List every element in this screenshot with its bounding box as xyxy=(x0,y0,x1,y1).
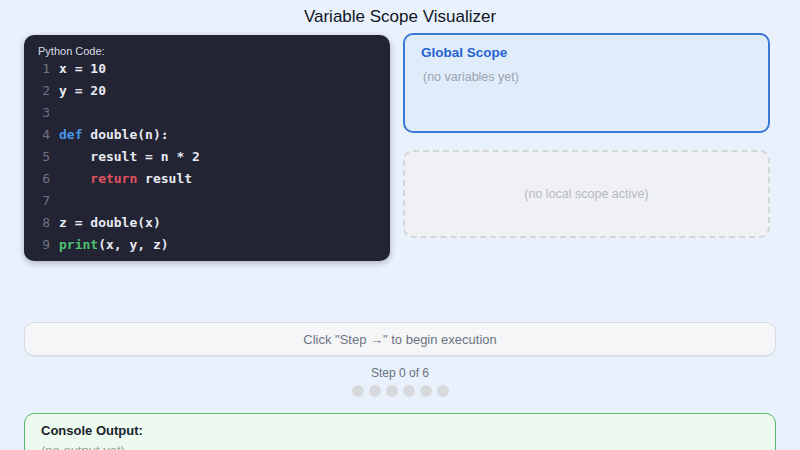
global-scope-panel: Global Scope (no variables yet) xyxy=(403,33,770,133)
code-text: z = double(x) xyxy=(59,212,161,234)
step-progress: Step 0 of 6 xyxy=(0,366,800,397)
console-output-empty-text: (no output yet) xyxy=(41,443,759,450)
code-line: 5 result = n * 2 xyxy=(36,146,380,168)
code-line: 3 xyxy=(36,102,380,124)
code-line: 4def double(n): xyxy=(36,124,380,146)
line-number: 1 xyxy=(36,58,50,80)
code-text: y = 20 xyxy=(59,80,106,102)
line-number: 4 xyxy=(36,124,50,146)
code-text: return result xyxy=(59,168,192,190)
code-text: def double(n): xyxy=(59,124,169,146)
local-scope-panel: (no local scope active) xyxy=(403,150,770,238)
local-scope-empty-text: (no local scope active) xyxy=(524,187,648,201)
code-line: 1x = 10 xyxy=(36,58,380,80)
console-output-title: Console Output: xyxy=(41,423,759,438)
global-scope-empty-text: (no variables yet) xyxy=(421,70,752,84)
line-number: 8 xyxy=(36,212,50,234)
line-number: 9 xyxy=(36,234,50,256)
execution-status-message: Click "Step →" to begin execution xyxy=(303,332,497,347)
console-output-panel: Console Output: (no output yet) xyxy=(24,413,776,450)
code-line: 9print(x, y, z) xyxy=(36,234,380,256)
line-number: 2 xyxy=(36,80,50,102)
page-title: Variable Scope Visualizer xyxy=(0,0,800,27)
line-number: 7 xyxy=(36,190,50,212)
step-progress-dots xyxy=(0,385,800,397)
step-dot xyxy=(437,385,449,397)
code-text: x = 10 xyxy=(59,58,106,80)
step-dot xyxy=(420,385,432,397)
step-counter-label: Step 0 of 6 xyxy=(0,366,800,380)
step-dot xyxy=(352,385,364,397)
step-dot xyxy=(403,385,415,397)
code-line: 2y = 20 xyxy=(36,80,380,102)
code-text: print(x, y, z) xyxy=(59,234,169,256)
line-number: 6 xyxy=(36,168,50,190)
code-lines: 1x = 102y = 2034def double(n):5 result =… xyxy=(36,58,380,256)
step-dot xyxy=(369,385,381,397)
global-scope-title: Global Scope xyxy=(421,45,752,60)
line-number: 3 xyxy=(36,102,50,124)
code-line: 7 xyxy=(36,190,380,212)
line-number: 5 xyxy=(36,146,50,168)
execution-status-bar: Click "Step →" to begin execution xyxy=(24,322,776,356)
python-code-panel: Python Code: 1x = 102y = 2034def double(… xyxy=(24,35,390,261)
code-panel-label: Python Code: xyxy=(38,45,380,57)
step-dot xyxy=(386,385,398,397)
code-line: 8z = double(x) xyxy=(36,212,380,234)
code-text: result = n * 2 xyxy=(59,146,200,168)
code-line: 6 return result xyxy=(36,168,380,190)
